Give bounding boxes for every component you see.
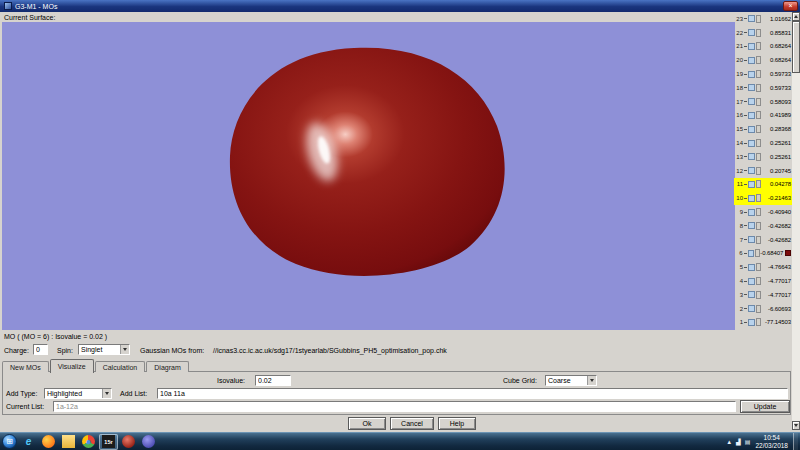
mo-checkbox[interactable]: [748, 153, 755, 160]
chrome-icon[interactable]: ●: [79, 434, 98, 450]
file-explorer-glyph: [62, 435, 75, 448]
tab-visualize[interactable]: Visualize: [50, 359, 94, 373]
mo-number: 1: [734, 319, 743, 325]
mo-row-15[interactable]: 150.28368: [734, 122, 792, 136]
charge-input[interactable]: [33, 344, 48, 355]
mo-energy-value: -6.60693: [761, 306, 792, 312]
mo-row-7[interactable]: 7-0.42682: [734, 233, 792, 247]
show-desktop-button[interactable]: [793, 433, 798, 450]
scroll-down-icon[interactable]: [792, 421, 800, 430]
mo-row-14[interactable]: 140.25261: [734, 136, 792, 150]
mo-energy-value: -0.68407: [760, 250, 784, 256]
mo-checkbox[interactable]: [748, 278, 755, 285]
mo-energy-value: 0.04278: [761, 181, 792, 187]
chevron-down-icon[interactable]: [587, 376, 596, 385]
tab-calculation[interactable]: Calculation: [95, 361, 146, 372]
mo-checkbox[interactable]: [748, 250, 755, 257]
isovalue-input[interactable]: [255, 375, 291, 386]
tab-diagram[interactable]: Diagram: [146, 361, 188, 372]
mo-row-6[interactable]: 6-0.68407: [734, 247, 792, 261]
mo-checkbox[interactable]: [748, 57, 755, 64]
chevron-down-icon[interactable]: [120, 345, 129, 354]
mo-number: 4: [734, 278, 743, 284]
mo-number: 14: [734, 140, 743, 146]
close-button[interactable]: ×: [783, 1, 798, 11]
mo-checkbox[interactable]: [748, 319, 755, 326]
mo-row-3[interactable]: 3-4.77017: [734, 288, 792, 302]
mo-row-11[interactable]: 110.04278: [734, 178, 792, 192]
mo-row-9[interactable]: 9-0.40940: [734, 205, 792, 219]
mo-checkbox[interactable]: [748, 98, 755, 105]
mo-row-23[interactable]: 231.01662: [734, 12, 792, 26]
mo-row-17[interactable]: 170.58093: [734, 95, 792, 109]
internet-explorer-icon[interactable]: e: [19, 434, 38, 450]
mo-tick: [744, 184, 747, 185]
mo-checkbox[interactable]: [748, 195, 755, 202]
tab-new-mos[interactable]: New MOs: [2, 361, 49, 372]
mo-tick: [744, 129, 747, 130]
help-button[interactable]: Help: [438, 417, 476, 430]
mo-checkbox[interactable]: [748, 71, 755, 78]
update-button[interactable]: Update: [740, 400, 790, 413]
ok-button[interactable]: Ok: [348, 417, 386, 430]
mo-row-21[interactable]: 210.68264: [734, 40, 792, 54]
chevron-down-icon[interactable]: [102, 389, 111, 398]
mo-checkbox[interactable]: [748, 291, 755, 298]
mo-checkbox[interactable]: [748, 264, 755, 271]
mo-checkbox[interactable]: [748, 84, 755, 91]
scroll-up-icon[interactable]: [792, 12, 800, 21]
mo-number: 9: [734, 209, 743, 215]
mo-row-2[interactable]: 2-6.60693: [734, 302, 792, 316]
mo-checkbox[interactable]: [748, 112, 755, 119]
mo-row-1[interactable]: 1-77.14503: [734, 316, 792, 330]
mo-row-8[interactable]: 8-0.42682: [734, 219, 792, 233]
mo-checkbox[interactable]: [748, 305, 755, 312]
mo-energy-value: 0.68264: [761, 43, 792, 49]
cube-grid-select[interactable]: Coarse: [545, 375, 597, 386]
add-type-select[interactable]: Highlighted: [44, 388, 112, 399]
taskbar-clock[interactable]: 10:54 22/03/2018: [752, 434, 791, 449]
mo-row-20[interactable]: 200.68264: [734, 53, 792, 67]
mo-checkbox[interactable]: [748, 15, 755, 22]
mo-row-10[interactable]: 10-0.21463: [734, 191, 792, 205]
start-button[interactable]: ⊞: [2, 434, 17, 449]
mo-list-scrollbar[interactable]: [792, 12, 800, 430]
mo-checkbox[interactable]: [748, 181, 755, 188]
mo-row-19[interactable]: 190.59733: [734, 67, 792, 81]
source-path: //icnas3.cc.ic.ac.uk/sdg17/1styearlab/SG…: [213, 347, 447, 354]
avogadro-icon[interactable]: [119, 434, 138, 450]
hidden-icons-icon[interactable]: ▲: [726, 439, 732, 445]
mo-row-12[interactable]: 120.20745: [734, 164, 792, 178]
spin-value: Singlet: [81, 346, 102, 353]
file-explorer-icon[interactable]: [59, 434, 78, 450]
gaussview-icon[interactable]: [139, 434, 158, 450]
mo-viewport[interactable]: [2, 22, 735, 330]
mo-checkbox[interactable]: [748, 140, 755, 147]
mo-row-18[interactable]: 180.59733: [734, 81, 792, 95]
mo-checkbox[interactable]: [748, 222, 755, 229]
add-list-input[interactable]: [157, 388, 788, 399]
firefox-icon[interactable]: [39, 434, 58, 450]
mo-checkbox[interactable]: [748, 209, 755, 216]
mo-tick: [744, 170, 747, 171]
mo-tick: [744, 74, 747, 75]
mo-energy-value: 0.41989: [761, 112, 792, 118]
network-icon[interactable]: ▟: [736, 438, 741, 445]
mo-checkbox[interactable]: [748, 236, 755, 243]
mo-checkbox[interactable]: [748, 167, 755, 174]
app-15r-icon[interactable]: 15r: [99, 434, 118, 450]
mo-checkbox[interactable]: [748, 126, 755, 133]
mo-tick: [744, 225, 747, 226]
action-center-icon[interactable]: ▤: [745, 438, 751, 445]
mo-tick: [744, 101, 747, 102]
mo-row-13[interactable]: 130.25261: [734, 150, 792, 164]
mo-row-22[interactable]: 220.85831: [734, 26, 792, 40]
cancel-button[interactable]: Cancel: [390, 417, 434, 430]
mo-row-4[interactable]: 4-4.77017: [734, 274, 792, 288]
scrollbar-thumb[interactable]: [792, 21, 800, 73]
mo-checkbox[interactable]: [748, 43, 755, 50]
mo-checkbox[interactable]: [748, 29, 755, 36]
spin-select[interactable]: Singlet: [78, 344, 130, 355]
mo-row-16[interactable]: 160.41989: [734, 109, 792, 123]
mo-row-5[interactable]: 5-4.76643: [734, 260, 792, 274]
